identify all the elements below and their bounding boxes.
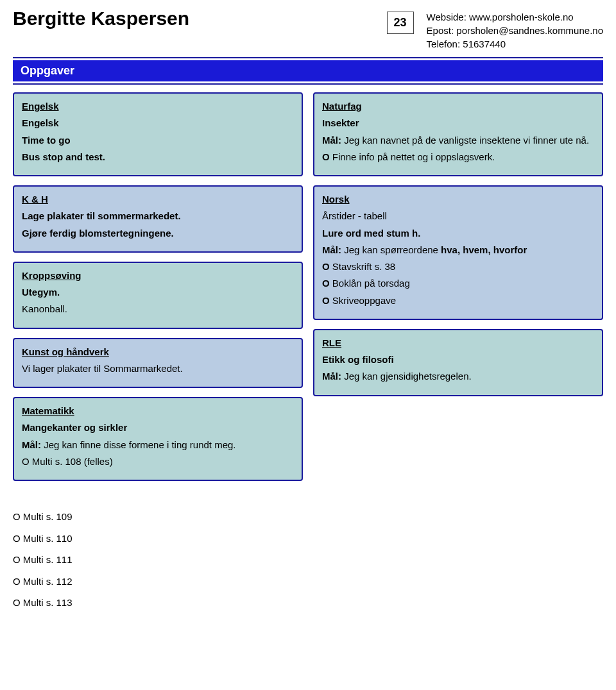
norsk-task: O Boklån på torsdag — [322, 277, 594, 290]
matte-sub: Mangekanter og sirkler — [22, 421, 294, 434]
card-norsk: Norsk Årstider - tabell Lure ord med stu… — [313, 185, 603, 320]
week-badge: 23 — [387, 12, 414, 34]
right-column: Naturfag Insekter Mål: Jeg kan navnet på… — [313, 92, 603, 618]
teacher-name: Bergitte Kaspersen — [13, 8, 374, 29]
engelsk-line: Bus stop and test. — [22, 151, 294, 164]
website-value: www.porsholen-skole.no — [469, 12, 574, 22]
norsk-task: O Stavskrift s. 38 — [322, 260, 594, 273]
task-text: Skriveoppgave — [330, 295, 396, 306]
matte-task: O Multi s. 108 (felles) — [22, 455, 294, 468]
subject-heading: K & H — [22, 193, 294, 206]
matte-task: O Multi s. 110 — [13, 532, 303, 545]
norsk-task: O Skriveoppgave — [322, 294, 594, 307]
rle-goal: Mål: Jeg kan gjensidighetsregelen. — [322, 370, 594, 383]
website-label: Webside: — [427, 12, 466, 22]
norsk-goal: Mål: Jeg kan spørreordene hva, hvem, hvo… — [322, 244, 594, 257]
subject-heading: Kunst og håndverk — [22, 346, 294, 358]
left-column: Engelsk Engelsk Time to go Bus stop and … — [13, 92, 303, 618]
norsk-line: Lure ord med stum h. — [322, 227, 594, 240]
task-bullet: O — [322, 295, 330, 306]
email-value: porsholen@sandnes.kommune.no — [456, 25, 603, 36]
subject-heading: RLE — [322, 337, 594, 349]
subject-heading: Kroppsøving — [22, 269, 294, 282]
kropp-line: Utegym. — [22, 286, 294, 299]
kh-line: Lage plakater til sommermarkedet. — [22, 210, 294, 223]
kunst-line: Vi lager plakater til Sommarmarkedet. — [22, 362, 294, 375]
card-naturfag: Naturfag Insekter Mål: Jeg kan navnet på… — [313, 92, 603, 176]
kh-line: Gjøre ferdig blomstertegningene. — [22, 227, 294, 240]
card-kroppsoving: Kroppsøving Utegym. Kanonball. — [13, 262, 303, 329]
natur-sub: Insekter — [322, 117, 594, 130]
subject-heading: Naturfag — [322, 100, 594, 113]
goal-label: Mål: — [22, 439, 41, 450]
task-bullet: O — [322, 278, 330, 289]
matte-task: O Multi s. 113 — [13, 596, 303, 609]
natur-task: O Finne info på nettet og i oppslagsverk… — [322, 151, 594, 164]
content-columns: Engelsk Engelsk Time to go Bus stop and … — [13, 92, 603, 618]
goal-text: Jeg kan finne disse formene i ting rundt… — [41, 439, 236, 450]
task-bullet: O — [322, 151, 330, 162]
banner-wrap: Oppgaver — [13, 57, 603, 85]
goal-text: Jeg kan spørreordene — [341, 244, 441, 255]
goal-text: Jeg kan gjensidighetsregelen. — [341, 371, 472, 382]
goal-label: Mål: — [322, 135, 341, 146]
matte-task: O Multi s. 112 — [13, 575, 303, 588]
subject-heading: Matematikk — [22, 405, 294, 417]
email-label: Epost: — [427, 25, 454, 36]
subject-heading: Norsk — [322, 193, 594, 206]
matte-goal: Mål: Jeg kan finne disse formene i ting … — [22, 439, 294, 451]
card-kh: K & H Lage plakater til sommermarkedet. … — [13, 185, 303, 253]
matte-task: O Multi s. 109 — [13, 510, 303, 523]
engelsk-sub: Engelsk — [22, 117, 294, 130]
task-text: Boklån på torsdag — [330, 278, 410, 289]
goal-label: Mål: — [322, 371, 341, 382]
phone-value: 51637440 — [463, 38, 506, 49]
subject-heading: Engelsk — [22, 100, 294, 113]
goal-keywords: hva, hvem, hvorfor — [441, 244, 527, 255]
card-rle: RLE Etikk og filosofi Mål: Jeg kan gjens… — [313, 329, 603, 396]
engelsk-line: Time to go — [22, 134, 294, 147]
card-kunst: Kunst og håndverk Vi lager plakater til … — [13, 338, 303, 389]
natur-goal: Mål: Jeg kan navnet på de vanligste inse… — [322, 134, 594, 147]
matte-extra-tasks: O Multi s. 109 O Multi s. 110 O Multi s.… — [13, 501, 303, 618]
task-text: Stavskrift s. 38 — [330, 261, 396, 272]
norsk-line: Årstider - tabell — [322, 210, 594, 223]
phone-label: Telefon: — [427, 38, 461, 49]
section-banner: Oppgaver — [13, 60, 603, 81]
kropp-line: Kanonball. — [22, 303, 294, 316]
rle-sub: Etikk og filosofi — [322, 353, 594, 366]
card-engelsk: Engelsk Engelsk Time to go Bus stop and … — [13, 92, 303, 176]
page-header: Bergitte Kaspersen 23 Webside: www.porsh… — [13, 8, 603, 51]
task-text: Finne info på nettet og i oppslagsverk. — [330, 151, 495, 162]
goal-text: Jeg kan navnet på de vanligste insektene… — [341, 135, 589, 146]
goal-label: Mål: — [322, 244, 341, 255]
contact-info: Webside: www.porsholen-skole.no Epost: p… — [427, 8, 603, 51]
card-matematikk: Matematikk Mangekanter og sirkler Mål: J… — [13, 397, 303, 481]
task-bullet: O — [322, 261, 330, 272]
matte-task: O Multi s. 111 — [13, 553, 303, 566]
